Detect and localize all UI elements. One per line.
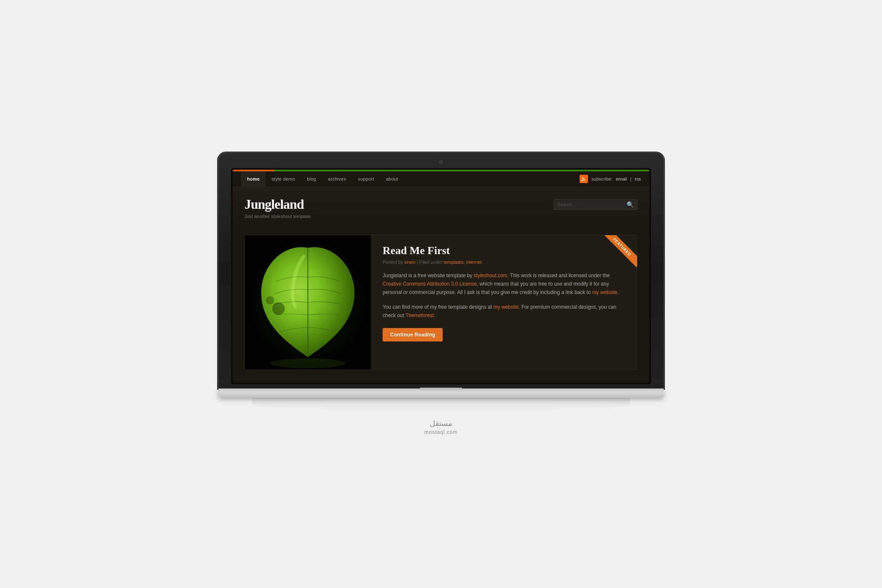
site-title: Jungleland [244,197,311,212]
nav-home[interactable]: home [241,171,266,187]
laptop-camera [439,160,443,164]
post-card: Read Me First Posted by erwin | Filed un… [244,235,638,370]
post-text-p1-after: . This work is released and licensed und… [507,273,610,278]
nav-archives[interactable]: archives [322,171,352,187]
search-button[interactable]: 🔍 [627,201,634,208]
laptop-reflection [252,398,630,410]
nav-style-demo[interactable]: style demo [266,171,301,187]
nav-blog[interactable]: blog [301,171,322,187]
post-image [245,235,371,370]
post-text-p2-end: . [434,312,435,318]
post-paragraph-2: You can find more of my free template de… [383,303,627,320]
nav-subscribe: subscribe: email | rss [580,175,641,183]
search-input[interactable] [557,200,627,210]
screen-bezel: home style demo blog archives support ab… [231,168,651,384]
styleshout-link[interactable]: styleshout.com [474,273,507,278]
post-text-p1-final: . [617,289,619,295]
leaf-illustration [245,235,371,370]
subscribe-label: subscribe: [591,176,612,181]
rss-svg [581,176,586,181]
screen-content: home style demo blog archives support ab… [233,170,649,383]
nav-support[interactable]: support [352,171,380,187]
scene: home style demo blog archives support ab… [210,153,672,436]
main-content: Read Me First Posted by erwin | Filed un… [233,226,649,383]
laptop-base [218,388,664,398]
post-tag-internet[interactable]: internet [466,260,482,265]
laptop-hinge [420,388,462,391]
svg-point-2 [270,358,346,368]
post-text-p1-before: Jungleland is a free website template by [383,273,474,278]
post-author-link[interactable]: erwin [404,260,415,265]
svg-point-4 [266,296,274,304]
featured-ribbon: FEATURED [599,235,637,273]
continue-reading-button[interactable]: Continue Reading [383,328,443,341]
watermark-latin: mostaql.com [424,429,457,435]
post-body: Read Me First Posted by erwin | Filed un… [371,235,637,370]
site-tagline: Just another styleshout template [244,214,311,219]
watermark: مستقل mostaql.com [424,419,457,436]
header-area: Jungleland Just another styleshout templ… [233,187,649,226]
themeforest-link[interactable]: Themeforest [405,312,433,318]
rss-icon [580,175,588,183]
post-tag-templates[interactable]: templates [444,260,464,265]
nav-links: home style demo blog archives support ab… [241,171,404,187]
cc-license-link[interactable]: Creative Commons Attribution 3.0 License [383,281,477,287]
post-paragraph-1: Jungleland is a free website template by… [383,271,627,297]
post-meta: Posted by erwin | Filed under templates,… [383,260,627,265]
watermark-arabic: مستقل [424,419,457,428]
svg-point-3 [272,302,285,315]
my-website-link-2[interactable]: my website [494,304,519,310]
navigation: home style demo blog archives support ab… [233,171,649,187]
post-text-p2-start: You can find more of my free template de… [383,304,494,310]
meta-filed: | Filed under [417,260,444,265]
search-box: 🔍 [554,199,638,210]
meta-posted-by: Posted by [383,260,403,265]
post-title: Read Me First [383,244,627,257]
email-link[interactable]: email [616,176,627,181]
site-branding: Jungleland Just another styleshout templ… [244,197,311,219]
nav-separator: | [630,176,631,181]
rss-link[interactable]: rss [635,176,641,181]
featured-label: FEATURED [602,235,637,267]
svg-point-0 [581,180,583,181]
laptop-body: home style demo blog archives support ab… [218,153,664,388]
my-website-link-1[interactable]: my website [592,289,617,295]
nav-about[interactable]: about [380,171,404,187]
leaf-svg [245,235,371,370]
